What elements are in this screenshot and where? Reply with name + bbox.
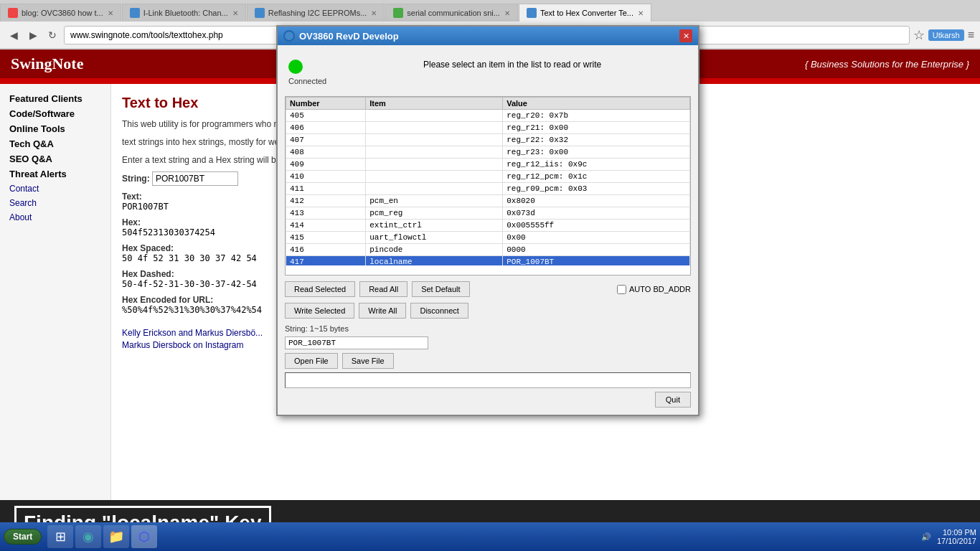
table-row[interactable]: 410reg_r12_pcm: 0x1c	[286, 171, 690, 183]
tab-label: Text to Hex Converter Te...	[540, 9, 633, 17]
cell-item	[366, 171, 503, 183]
cell-number: 414	[286, 220, 366, 232]
modal-status: Connected Please select an item in the l…	[285, 52, 691, 89]
save-file-button[interactable]: Save File	[342, 353, 394, 369]
auto-bd-addr-check[interactable]	[617, 285, 626, 294]
tab-texthex[interactable]: Text to Hex Converter Te... ✕	[519, 4, 651, 22]
back-button[interactable]: ◀	[6, 27, 22, 43]
tab-close[interactable]: ✕	[504, 9, 510, 17]
table-row[interactable]: 408reg_r23: 0x00	[286, 146, 690, 159]
modal-string-row: String: 1~15 bytes	[285, 324, 691, 333]
modal-title: OV3860 RevD Develop	[299, 31, 399, 42]
sidebar-item-online[interactable]: Online Tools	[4, 121, 107, 136]
cell-number: 406	[286, 122, 366, 134]
disconnect-button[interactable]: Disconnect	[410, 303, 468, 319]
date: 17/10/2017	[937, 537, 976, 545]
string-input[interactable]	[152, 171, 238, 186]
sidebar-item-featured[interactable]: Featured Clients	[4, 91, 107, 106]
read-all-button[interactable]: Read All	[359, 281, 407, 297]
volume-icon: 🔊	[921, 532, 931, 542]
cell-item: pincode	[366, 244, 503, 256]
tab-blog[interactable]: blog: OVC3860 how t... ✕	[0, 4, 121, 22]
modal-body: Connected Please select an item in the l…	[278, 45, 698, 415]
table-row[interactable]: 406reg_r21: 0x00	[286, 122, 690, 134]
table-row[interactable]: 411reg_r09_pcm: 0x03	[286, 183, 690, 195]
cell-number: 405	[286, 110, 366, 122]
time-display: 10:09 PM 17/10/2017	[937, 528, 976, 545]
table-scroll[interactable]: Number Item Value 405reg_r20: 0x7b406reg…	[286, 97, 690, 265]
write-selected-button[interactable]: Write Selected	[285, 303, 354, 319]
site-logo: SwingNote	[11, 55, 83, 73]
tab-label: I-Link Bluetooth: Chan...	[143, 9, 228, 17]
cell-number: 416	[286, 244, 366, 256]
sidebar-item-seo[interactable]: SEO Q&A	[4, 151, 107, 166]
col-number: Number	[286, 98, 366, 110]
auto-bd-addr-checkbox[interactable]: AUTO BD_ADDR	[617, 285, 691, 294]
cell-item: localname	[366, 256, 503, 266]
table-row[interactable]: 413pcm_reg0x073d	[286, 207, 690, 220]
cell-number: 410	[286, 171, 366, 183]
tab-bar: blog: OVC3860 how t... ✕ I-Link Bluetoot…	[0, 0, 980, 22]
modal-dialog: OV3860 RevD Develop ✕ Connected Please s…	[276, 25, 699, 416]
reload-button[interactable]: ↻	[44, 27, 60, 43]
table-row[interactable]: 407reg_r22: 0x32	[286, 134, 690, 146]
string-label: String:	[122, 174, 150, 184]
sidebar-item-code[interactable]: Code/Software	[4, 106, 107, 121]
taskbar-app-2[interactable]: ◉	[75, 525, 101, 548]
folder-icon: 📁	[108, 529, 124, 545]
col-item: Item	[366, 98, 503, 110]
tab-ilink[interactable]: I-Link Bluetooth: Chan... ✕	[122, 4, 246, 22]
cell-item	[366, 146, 503, 159]
status-text: Please select an item in the list to rea…	[337, 56, 687, 70]
taskbar-app-1[interactable]: ⊞	[47, 525, 73, 548]
cell-value: 0x005555ff	[503, 220, 690, 232]
sidebar-item-about[interactable]: About	[4, 210, 107, 225]
table-row[interactable]: 416pincode0000	[286, 244, 690, 256]
tab-label: Reflashing I2C EEPROMs...	[268, 9, 367, 17]
table-row[interactable]: 412pcm_en0x8020	[286, 195, 690, 207]
string-info-label: String: 1~15 bytes	[285, 324, 349, 333]
menu-icon[interactable]: ≡	[968, 29, 974, 42]
cell-item: pcm_en	[366, 195, 503, 207]
tab-label: serial communication sni...	[407, 9, 500, 17]
modal-table-container: Number Item Value 405reg_r20: 0x7b406reg…	[285, 96, 691, 276]
set-default-button[interactable]: Set Default	[412, 281, 469, 297]
tab-close[interactable]: ✕	[108, 9, 113, 17]
cell-value: reg_r21: 0x00	[503, 122, 690, 134]
read-selected-button[interactable]: Read Selected	[285, 281, 355, 297]
table-row[interactable]: 414extint_ctrl0x005555ff	[286, 220, 690, 232]
tab-close[interactable]: ✕	[371, 9, 377, 17]
taskbar-app-3[interactable]: 📁	[103, 525, 129, 548]
tab-serial[interactable]: serial communication sni... ✕	[385, 4, 518, 22]
cell-value: reg_r20: 0x7b	[503, 110, 690, 122]
cell-value: 0x073d	[503, 207, 690, 220]
open-file-button[interactable]: Open File	[285, 353, 338, 369]
sidebar-item-search[interactable]: Search	[4, 196, 107, 210]
table-row[interactable]: 405reg_r20: 0x7b	[286, 110, 690, 122]
modal-title-icon	[283, 30, 295, 42]
write-all-button[interactable]: Write All	[359, 303, 406, 319]
cell-item: extint_ctrl	[366, 220, 503, 232]
modal-progress-bar	[285, 372, 691, 388]
sidebar-item-tech[interactable]: Tech Q&A	[4, 136, 107, 151]
sidebar-item-threat[interactable]: Threat Alerts	[4, 166, 107, 182]
modal-quit-row: Quit	[285, 392, 691, 408]
cell-number: 409	[286, 159, 366, 171]
table-row[interactable]: 415uart_flowctl0x00	[286, 232, 690, 244]
taskbar-app-4[interactable]: ⬡	[131, 525, 157, 548]
modal-text-input[interactable]	[285, 336, 428, 349]
quit-button[interactable]: Quit	[655, 392, 691, 408]
table-row[interactable]: 409reg_r12_iis: 0x9c	[286, 159, 690, 171]
auto-bd-addr-label: AUTO BD_ADDR	[629, 285, 691, 293]
cell-item: uart_flowctl	[366, 232, 503, 244]
table-row[interactable]: 417localnamePOR_1007BT	[286, 256, 690, 266]
tab-close[interactable]: ✕	[638, 9, 644, 17]
forward-button[interactable]: ▶	[25, 27, 41, 43]
sidebar-item-contact[interactable]: Contact	[4, 182, 107, 196]
tab-close[interactable]: ✕	[232, 9, 238, 17]
cell-number: 412	[286, 195, 366, 207]
tab-reflash[interactable]: Reflashing I2C EEPROMs... ✕	[247, 4, 385, 22]
cell-number: 407	[286, 134, 366, 146]
start-button[interactable]: Start	[4, 529, 42, 545]
modal-close-button[interactable]: ✕	[679, 29, 692, 42]
